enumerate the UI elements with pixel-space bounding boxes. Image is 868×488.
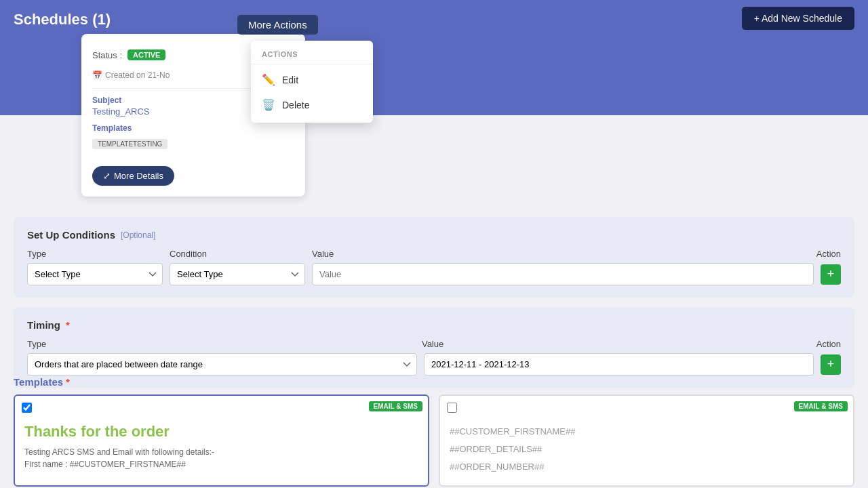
type-select[interactable]: Select Type [27, 263, 163, 285]
templates-section-title: Templates * [14, 376, 854, 388]
templates-section: Templates * EMAIL & SMS Thanks for the o… [0, 376, 868, 487]
template-2-badge: EMAIL & SMS [794, 401, 848, 411]
optional-label: [Optional] [121, 230, 155, 240]
actions-header: ACTIONS [251, 46, 373, 61]
status-label: Status : [92, 50, 122, 60]
condition-col-header: Condition [170, 249, 305, 259]
status-badge: ACTIVE [127, 49, 165, 60]
conditions-title: Set Up Conditions [Optional] [27, 229, 841, 241]
timing-headers: Type Value Action [27, 339, 841, 349]
template-card-1: EMAIL & SMS Thanks for the order Testing… [14, 394, 429, 487]
template-1-body: Testing ARCS SMS and Email with followin… [24, 446, 418, 470]
timing-type-header: Type [27, 339, 415, 349]
action-col-header: Action [816, 249, 841, 259]
value-col-header: Value [312, 249, 810, 259]
template-tag: TEMPLATETESTING [92, 139, 167, 149]
timing-title: Timing * [27, 319, 841, 331]
add-timing-button[interactable]: + [821, 354, 841, 375]
actions-dropdown: ACTIONS ✏️ Edit 🗑️ Delete [251, 41, 373, 123]
conditions-row: Select Type Select Type + [27, 263, 841, 285]
value-input[interactable] [312, 263, 814, 285]
timing-value-header: Value [422, 339, 810, 349]
page-title: Schedules (1) [14, 11, 111, 28]
more-details-button[interactable]: ⤢ More Details [92, 166, 174, 186]
edit-menu-item[interactable]: ✏️ Edit [251, 67, 373, 92]
template-card-2: EMAIL & SMS ##CUSTOMER_FIRSTNAME## ##ORD… [439, 394, 854, 487]
conditions-headers: Type Condition Value Action [27, 249, 841, 259]
template-1-badge: EMAIL & SMS [369, 401, 422, 411]
condition-select[interactable]: Select Type [170, 263, 305, 285]
template-2-placeholder: ##CUSTOMER_FIRSTNAME## ##ORDER_DETAILS##… [450, 423, 844, 476]
edit-icon: ✏️ [262, 73, 275, 86]
template-1-title: Thanks for the order [24, 423, 418, 441]
delete-menu-item[interactable]: 🗑️ Delete [251, 92, 373, 117]
type-col-header: Type [27, 249, 163, 259]
main-content: Set Up Conditions [Optional] Type Condit… [0, 217, 868, 397]
timing-type-select[interactable]: Orders that are placed between date rang… [27, 353, 417, 375]
required-star: * [66, 319, 70, 331]
timing-action-header: Action [816, 339, 841, 349]
set-up-conditions-section: Set Up Conditions [Optional] Type Condit… [14, 217, 854, 298]
add-condition-button[interactable]: + [821, 264, 841, 285]
more-actions-tooltip: More Actions [237, 15, 318, 35]
delete-icon: 🗑️ [262, 98, 275, 111]
template-2-checkbox[interactable] [447, 403, 457, 413]
template-1-checkbox[interactable] [22, 403, 32, 413]
templates-label: Templates [92, 123, 294, 133]
add-schedule-button[interactable]: + Add New Schedule [742, 7, 854, 30]
templates-grid: EMAIL & SMS Thanks for the order Testing… [14, 394, 854, 487]
timing-row: Orders that are placed between date rang… [27, 353, 841, 375]
templates-required-star: * [66, 376, 70, 388]
timing-value-input[interactable] [424, 353, 814, 375]
expand-icon: ⤢ [103, 171, 111, 181]
